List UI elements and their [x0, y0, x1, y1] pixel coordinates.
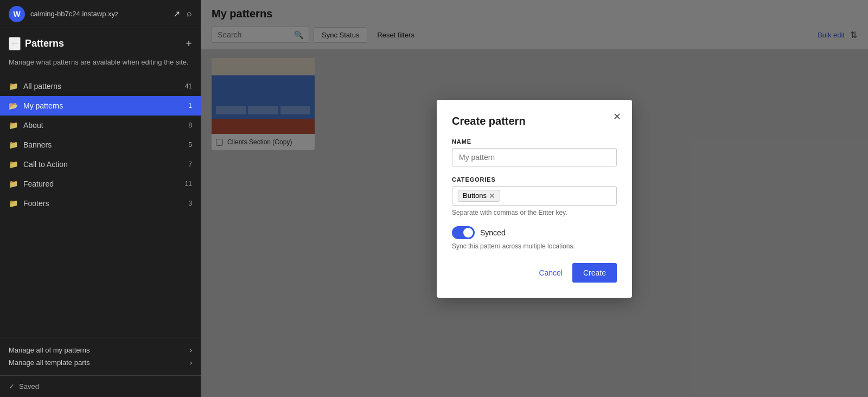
synced-label: Synced [480, 228, 506, 237]
create-button[interactable]: Create [572, 263, 617, 283]
nav-count: 5 [188, 141, 192, 149]
synced-toggle[interactable] [452, 226, 475, 239]
folder-icon: 📁 [9, 160, 18, 169]
sidebar-header-left: ← Patterns [9, 37, 64, 50]
sidebar-header: ← Patterns + [0, 28, 201, 55]
chevron-right-icon: › [190, 347, 192, 354]
nav-label: Banners [23, 140, 183, 149]
manage-template-parts-label: Manage all template parts [9, 358, 90, 367]
search-icon[interactable]: ⌕ [187, 9, 192, 19]
nav-count: 41 [185, 82, 192, 90]
synced-row: Synced [452, 226, 617, 239]
category-tag: Buttons ✕ [458, 190, 500, 202]
sidebar-item-call-to-action[interactable]: 📁 Call to Action 7 [0, 155, 201, 174]
wp-logo-icon[interactable]: W [9, 6, 25, 22]
modal-close-button[interactable]: ✕ [613, 111, 621, 123]
checkmark-icon: ✓ [9, 382, 15, 390]
sidebar-item-about[interactable]: 📁 About 8 [0, 116, 201, 135]
main-content: My patterns 🔍 Sync Status Reset filters … [201, 0, 868, 397]
sidebar-item-footers[interactable]: 📁 Footers 3 [0, 194, 201, 213]
manage-patterns-link[interactable]: Manage all of my patterns › [9, 346, 192, 354]
nav-label: Featured [23, 180, 180, 188]
nav-count: 1 [188, 102, 192, 110]
nav-count: 3 [188, 200, 192, 207]
sidebar-description: Manage what patterns are available when … [0, 55, 201, 76]
back-button[interactable]: ← [9, 37, 21, 50]
sidebar-title: Patterns [25, 38, 64, 49]
nav-label: About [23, 121, 183, 130]
sidebar-top-bar: W calming-bb7c24.instawp.xyz ↗ ⌕ [0, 0, 201, 28]
modal-title: Create pattern [452, 115, 617, 127]
folder-icon: 📁 [9, 121, 18, 130]
category-tag-label: Buttons [463, 191, 487, 200]
folder-icon: 📂 [9, 101, 18, 110]
modal-actions: Cancel Create [452, 263, 617, 283]
sidebar-links: Manage all of my patterns › Manage all t… [0, 337, 201, 375]
sidebar-item-my-patterns[interactable]: 📂 My patterns 1 [0, 96, 201, 116]
synced-hint: Sync this pattern across multiple locati… [452, 242, 617, 250]
folder-icon: 📁 [9, 82, 18, 91]
chevron-right-icon: › [190, 359, 192, 367]
categories-input-box[interactable]: Buttons ✕ [452, 186, 617, 206]
cancel-button[interactable]: Cancel [534, 264, 567, 281]
sidebar-nav: 📁 All patterns 41 📂 My patterns 1 📁 Abou… [0, 76, 201, 337]
sidebar-item-all-patterns[interactable]: 📁 All patterns 41 [0, 76, 201, 96]
create-pattern-modal: Create pattern ✕ NAME CATEGORIES Buttons… [437, 100, 632, 298]
categories-field-label: CATEGORIES [452, 176, 617, 183]
site-name: calming-bb7c24.instawp.xyz [30, 10, 173, 18]
nav-label: Call to Action [23, 160, 183, 169]
sidebar-item-featured[interactable]: 📁 Featured 11 [0, 174, 201, 194]
name-field-label: NAME [452, 138, 617, 145]
sidebar: W calming-bb7c24.instawp.xyz ↗ ⌕ ← Patte… [0, 0, 201, 397]
manage-template-parts-link[interactable]: Manage all template parts › [9, 358, 192, 367]
pattern-name-input[interactable] [452, 148, 617, 167]
nav-label: My patterns [23, 101, 183, 110]
folder-icon: 📁 [9, 180, 18, 188]
nav-label: Footers [23, 199, 183, 208]
remove-tag-button[interactable]: ✕ [489, 191, 495, 200]
categories-hint: Separate with commas or the Enter key. [452, 209, 617, 216]
external-link-icon[interactable]: ↗ [173, 9, 180, 19]
nav-count: 11 [185, 180, 192, 188]
folder-icon: 📁 [9, 140, 18, 149]
manage-patterns-label: Manage all of my patterns [9, 346, 90, 354]
folder-icon: 📁 [9, 199, 18, 208]
saved-text: Saved [19, 382, 39, 390]
modal-overlay[interactable]: Create pattern ✕ NAME CATEGORIES Buttons… [201, 0, 868, 397]
top-bar-icons: ↗ ⌕ [173, 9, 192, 19]
nav-label: All patterns [23, 82, 180, 91]
add-pattern-button[interactable]: + [186, 37, 192, 50]
nav-count: 7 [188, 161, 192, 168]
nav-count: 8 [188, 121, 192, 129]
sidebar-item-banners[interactable]: 📁 Banners 5 [0, 135, 201, 155]
sidebar-footer: ✓ Saved [0, 375, 201, 397]
